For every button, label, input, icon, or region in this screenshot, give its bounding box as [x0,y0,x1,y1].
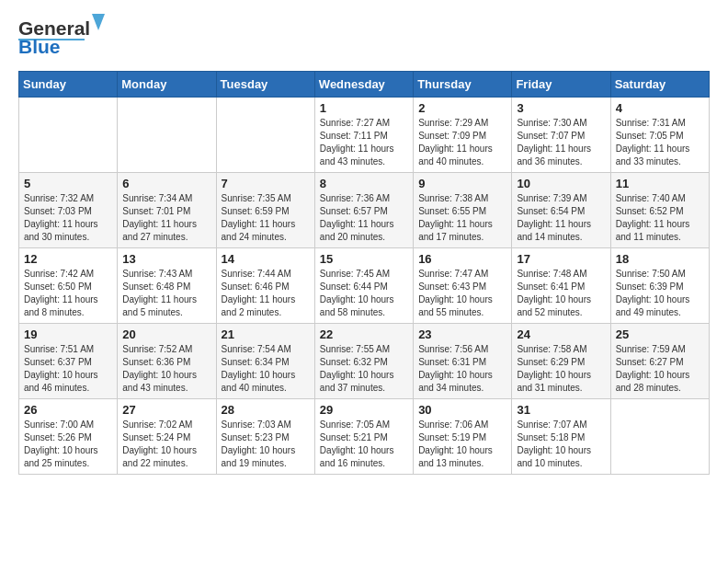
day-number: 23 [418,327,506,341]
day-detail: Sunrise: 7:48 AM Sunset: 6:41 PM Dayligh… [517,268,605,319]
day-detail: Sunrise: 7:07 AM Sunset: 5:18 PM Dayligh… [517,419,605,470]
day-number: 10 [517,177,605,190]
day-detail: Sunrise: 7:36 AM Sunset: 6:57 PM Dayligh… [320,192,408,244]
calendar-cell: 19Sunrise: 7:51 AM Sunset: 6:37 PM Dayli… [19,324,118,399]
calendar-cell: 6Sunrise: 7:34 AM Sunset: 7:01 PM Daylig… [118,173,216,248]
logo-flag-icon [92,14,105,33]
calendar-cell: 23Sunrise: 7:56 AM Sunset: 6:31 PM Dayli… [414,324,512,399]
day-number: 19 [24,327,112,341]
day-number: 9 [418,177,506,190]
day-detail: Sunrise: 7:38 AM Sunset: 6:55 PM Dayligh… [418,192,506,244]
weekday-header-tuesday: Tuesday [216,72,314,98]
calendar-week-4: 19Sunrise: 7:51 AM Sunset: 6:37 PM Dayli… [19,324,710,399]
day-number: 31 [517,403,605,417]
day-detail: Sunrise: 7:02 AM Sunset: 5:24 PM Dayligh… [122,419,210,470]
calendar-cell: 11Sunrise: 7:40 AM Sunset: 6:52 PM Dayli… [610,173,709,248]
day-detail: Sunrise: 7:50 AM Sunset: 6:39 PM Dayligh… [616,268,704,319]
calendar-cell: 5Sunrise: 7:32 AM Sunset: 7:03 PM Daylig… [19,173,118,248]
calendar-cell: 25Sunrise: 7:59 AM Sunset: 6:27 PM Dayli… [610,324,709,399]
logo-blue-text: Blue [18,37,61,56]
calendar-cell: 10Sunrise: 7:39 AM Sunset: 6:54 PM Dayli… [512,173,610,248]
day-detail: Sunrise: 7:45 AM Sunset: 6:44 PM Dayligh… [320,268,408,319]
day-number: 15 [320,252,408,266]
calendar-cell: 16Sunrise: 7:47 AM Sunset: 6:43 PM Dayli… [414,248,512,324]
page-header: General Blue [18,18,710,56]
day-detail: Sunrise: 7:30 AM Sunset: 7:07 PM Dayligh… [517,117,605,168]
day-detail: Sunrise: 7:03 AM Sunset: 5:23 PM Dayligh… [222,419,310,470]
day-number: 25 [616,327,704,341]
day-detail: Sunrise: 7:47 AM Sunset: 6:43 PM Dayligh… [418,268,506,319]
calendar-week-2: 5Sunrise: 7:32 AM Sunset: 7:03 PM Daylig… [19,173,710,248]
day-number: 30 [418,403,506,417]
weekday-header-saturday: Saturday [610,72,709,98]
calendar-cell [610,399,709,475]
day-detail: Sunrise: 7:29 AM Sunset: 7:09 PM Dayligh… [418,117,506,168]
day-number: 8 [320,177,408,190]
calendar-cell: 18Sunrise: 7:50 AM Sunset: 6:39 PM Dayli… [610,248,709,324]
calendar-week-3: 12Sunrise: 7:42 AM Sunset: 6:50 PM Dayli… [19,248,710,324]
day-number: 29 [320,403,408,417]
day-number: 2 [418,101,506,115]
calendar-cell: 17Sunrise: 7:48 AM Sunset: 6:41 PM Dayli… [512,248,610,324]
calendar-cell [118,98,216,173]
calendar-cell: 30Sunrise: 7:06 AM Sunset: 5:19 PM Dayli… [414,399,512,475]
weekday-header-sunday: Sunday [19,72,118,98]
calendar-cell [216,98,314,173]
weekday-header-thursday: Thursday [414,72,512,98]
calendar-week-1: 1Sunrise: 7:27 AM Sunset: 7:11 PM Daylig… [19,98,710,173]
day-detail: Sunrise: 7:31 AM Sunset: 7:05 PM Dayligh… [616,117,704,168]
day-number: 11 [616,177,704,190]
day-detail: Sunrise: 7:00 AM Sunset: 5:26 PM Dayligh… [24,419,112,470]
day-detail: Sunrise: 7:32 AM Sunset: 7:03 PM Dayligh… [24,192,112,244]
day-number: 7 [222,177,310,190]
day-detail: Sunrise: 7:44 AM Sunset: 6:46 PM Dayligh… [222,268,310,319]
calendar-cell: 28Sunrise: 7:03 AM Sunset: 5:23 PM Dayli… [216,399,314,475]
calendar-cell: 3Sunrise: 7:30 AM Sunset: 7:07 PM Daylig… [512,98,610,173]
calendar-cell: 15Sunrise: 7:45 AM Sunset: 6:44 PM Dayli… [314,248,413,324]
day-number: 22 [320,327,408,341]
day-detail: Sunrise: 7:51 AM Sunset: 6:37 PM Dayligh… [24,343,112,395]
calendar-cell: 4Sunrise: 7:31 AM Sunset: 7:05 PM Daylig… [610,98,709,173]
calendar-cell: 31Sunrise: 7:07 AM Sunset: 5:18 PM Dayli… [512,399,610,475]
weekday-header-wednesday: Wednesday [314,72,413,98]
day-detail: Sunrise: 7:34 AM Sunset: 7:01 PM Dayligh… [122,192,210,244]
day-detail: Sunrise: 7:52 AM Sunset: 6:36 PM Dayligh… [122,343,210,395]
day-detail: Sunrise: 7:43 AM Sunset: 6:48 PM Dayligh… [122,268,210,319]
calendar-cell: 12Sunrise: 7:42 AM Sunset: 6:50 PM Dayli… [19,248,118,324]
day-number: 27 [122,403,210,417]
day-number: 17 [517,252,605,266]
day-number: 26 [24,403,112,417]
calendar-cell: 26Sunrise: 7:00 AM Sunset: 5:26 PM Dayli… [19,399,118,475]
calendar-cell: 7Sunrise: 7:35 AM Sunset: 6:59 PM Daylig… [216,173,314,248]
day-number: 13 [122,252,210,266]
day-detail: Sunrise: 7:55 AM Sunset: 6:32 PM Dayligh… [320,343,408,395]
calendar-cell: 14Sunrise: 7:44 AM Sunset: 6:46 PM Dayli… [216,248,314,324]
day-number: 18 [616,252,704,266]
calendar-cell [19,98,118,173]
svg-marker-0 [92,14,105,30]
day-detail: Sunrise: 7:35 AM Sunset: 6:59 PM Dayligh… [222,192,310,244]
day-number: 24 [517,327,605,341]
logo-general-text: General [18,18,90,38]
logo: General Blue [18,18,105,56]
day-detail: Sunrise: 7:40 AM Sunset: 6:52 PM Dayligh… [616,192,704,244]
calendar-cell: 21Sunrise: 7:54 AM Sunset: 6:34 PM Dayli… [216,324,314,399]
day-number: 28 [222,403,310,417]
calendar-cell: 24Sunrise: 7:58 AM Sunset: 6:29 PM Dayli… [512,324,610,399]
day-detail: Sunrise: 7:54 AM Sunset: 6:34 PM Dayligh… [222,343,310,395]
day-number: 16 [418,252,506,266]
day-number: 5 [24,177,112,190]
calendar-cell: 20Sunrise: 7:52 AM Sunset: 6:36 PM Dayli… [118,324,216,399]
day-number: 14 [222,252,310,266]
calendar-table: SundayMondayTuesdayWednesdayThursdayFrid… [18,71,710,475]
calendar-cell: 1Sunrise: 7:27 AM Sunset: 7:11 PM Daylig… [314,98,413,173]
calendar-cell: 8Sunrise: 7:36 AM Sunset: 6:57 PM Daylig… [314,173,413,248]
calendar-cell: 27Sunrise: 7:02 AM Sunset: 5:24 PM Dayli… [118,399,216,475]
day-number: 6 [122,177,210,190]
day-number: 12 [24,252,112,266]
day-detail: Sunrise: 7:56 AM Sunset: 6:31 PM Dayligh… [418,343,506,395]
day-number: 21 [222,327,310,341]
calendar-cell: 22Sunrise: 7:55 AM Sunset: 6:32 PM Dayli… [314,324,413,399]
day-number: 3 [517,101,605,115]
day-detail: Sunrise: 7:27 AM Sunset: 7:11 PM Dayligh… [320,117,408,168]
